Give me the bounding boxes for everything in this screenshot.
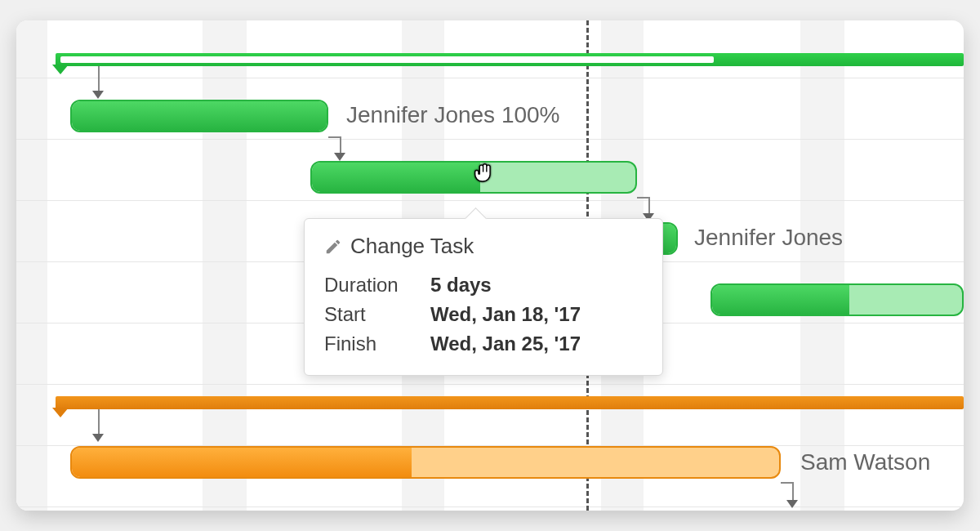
summary-bar-orange[interactable]: [56, 396, 964, 409]
dependency-arrow-icon: [334, 153, 345, 161]
dependency-line: [328, 136, 340, 138]
dependency-arrow-icon: [786, 500, 798, 508]
dependency-line: [648, 197, 650, 215]
grid-row-line: [16, 384, 964, 385]
task-label: Jennifer Jones 100%: [346, 102, 560, 128]
task-progress-fill: [712, 285, 849, 315]
dependency-line: [98, 66, 100, 92]
dependency-line: [792, 482, 794, 502]
task-progress-fill: [72, 101, 327, 131]
task-bar[interactable]: [70, 100, 328, 132]
dependency-line: [781, 482, 792, 484]
dependency-arrow-icon: [92, 91, 104, 99]
grid-row-line: [16, 200, 964, 201]
dependency-line: [340, 136, 341, 154]
grid-row-line: [16, 78, 964, 78]
task-progress-fill: [312, 163, 480, 192]
summary-start-marker: [52, 65, 69, 74]
tooltip-finish-label: Finish: [324, 329, 414, 359]
dependency-arrow-icon: [92, 434, 104, 442]
tooltip-title: Change Task: [350, 234, 474, 259]
gantt-screenshot: Jennifer Jones 100% Jennifer Jones: [16, 20, 964, 511]
summary-bar-green[interactable]: [56, 53, 964, 66]
pencil-icon: [324, 238, 342, 256]
tooltip-start-value: Wed, Jan 18, '17: [430, 300, 581, 329]
task-label: Sam Watson: [800, 449, 930, 475]
task-bar[interactable]: [710, 283, 964, 316]
task-tooltip: Change Task Duration 5 days Start Wed, J…: [304, 218, 663, 376]
grid-column: [16, 20, 47, 511]
tooltip-start-label: Start: [324, 300, 414, 329]
grid-column: [203, 20, 247, 511]
grab-cursor-icon: [470, 159, 498, 194]
grid-row-line: [16, 139, 964, 140]
gantt-chart[interactable]: Jennifer Jones 100% Jennifer Jones: [16, 20, 964, 511]
task-progress-fill: [72, 448, 412, 477]
tooltip-duration-value: 5 days: [430, 270, 492, 300]
tooltip-title-row: Change Task: [324, 234, 643, 259]
summary-progress: [60, 56, 714, 63]
tooltip-duration-label: Duration: [324, 270, 414, 300]
summary-start-marker: [52, 408, 69, 417]
grid-column: [800, 20, 844, 511]
dependency-line: [637, 197, 648, 199]
task-bar[interactable]: [70, 446, 781, 479]
grid-row-line: [16, 506, 964, 507]
task-label: Jennifer Jones: [694, 225, 843, 251]
dependency-line: [98, 409, 100, 435]
tooltip-finish-value: Wed, Jan 25, '17: [430, 329, 581, 359]
